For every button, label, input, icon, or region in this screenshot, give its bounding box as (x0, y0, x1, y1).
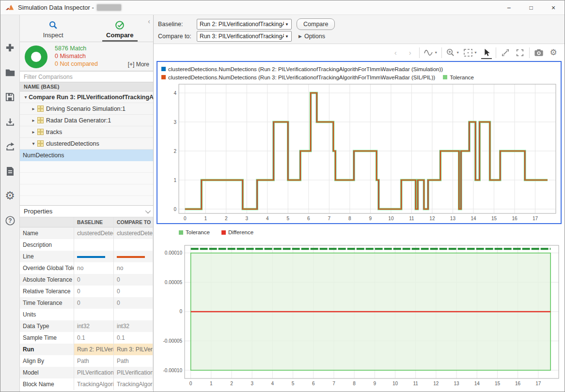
property-label: Model (20, 367, 74, 378)
properties-title: Properties (24, 208, 52, 215)
property-value-baseline: Run 2: PILVerif (74, 344, 114, 355)
property-value-baseline: 0 (74, 297, 114, 309)
close-button[interactable]: × (542, 0, 565, 15)
property-value-compare (114, 309, 153, 320)
maximize-button[interactable]: □ (520, 0, 542, 15)
history-forward-button[interactable]: › (405, 46, 415, 59)
collapse-panel-icon[interactable]: ‹ (148, 18, 150, 25)
signal-trace-button[interactable]: ▼ (424, 46, 438, 59)
comparison-plot[interactable]: 0123456789101112131415161701234 (157, 81, 560, 224)
tab-compare-label: Compare (106, 31, 133, 39)
snapshot-camera-button[interactable] (534, 46, 544, 59)
svg-text:8: 8 (353, 381, 356, 386)
simulation-data-inspector-window: Simulation Data Inspector - − □ × (0, 0, 565, 392)
legend-label: clusteredDetections.NumDetections (Run 2… (168, 66, 443, 72)
tree-item[interactable]: ▸tracks (20, 126, 153, 138)
baseline-select[interactable]: Run 2: PILVerificationofTrackingAl ▼ (197, 19, 292, 30)
preferences-gear-icon[interactable]: ⚙ (0, 183, 20, 208)
inspect-magnifier-icon (48, 20, 58, 30)
svg-text:0.00010: 0.00010 (165, 250, 183, 256)
svg-text:3: 3 (173, 120, 176, 125)
svg-text:2: 2 (225, 216, 228, 221)
svg-text:?: ? (8, 217, 12, 224)
caret-collapsed-icon[interactable]: ▸ (31, 129, 36, 135)
mismatch-count: 0 Mismatch (55, 52, 98, 60)
property-value-compare (114, 251, 153, 262)
fullscreen-button[interactable] (515, 46, 525, 59)
minimize-button[interactable]: − (498, 0, 520, 15)
caret-expanded-icon[interactable]: ▾ (23, 94, 29, 100)
property-label: Run (20, 344, 74, 355)
svg-text:0: 0 (189, 381, 192, 386)
pointer-cursor-button[interactable] (481, 46, 492, 59)
sidebar-tabs: Inspect Compare ‹ (20, 15, 153, 42)
svg-text:11: 11 (409, 216, 414, 221)
comparison-summary: 5876 Match 0 Mismatch 0 Not compared [+]… (20, 42, 153, 71)
matlab-icon (5, 4, 14, 12)
svg-text:12: 12 (433, 381, 439, 386)
signal-group-icon (37, 129, 44, 135)
signal-group-icon (37, 117, 44, 123)
help-icon[interactable]: ? (0, 208, 20, 233)
properties-panel: Properties BASELINECOMPARE TONamecluster… (20, 205, 153, 392)
save-icon[interactable] (0, 85, 20, 109)
tab-compare[interactable]: Compare (87, 15, 154, 42)
tree-item[interactable]: ▸Driving Scenario Simulation:1 (20, 103, 153, 115)
svg-text:3: 3 (246, 216, 249, 221)
options-arrow-icon: ▶ (298, 34, 302, 39)
plot-settings-gear-button[interactable]: ⚙ (548, 46, 559, 59)
redacted-text (97, 4, 121, 11)
options-expander[interactable]: ▶ Options (298, 33, 325, 40)
properties-column-header: COMPARE TO (114, 217, 153, 227)
plot-toolbar: ‹ › ▼ ▼ ▼ (390, 44, 559, 61)
fit-to-view-button[interactable]: ▼ (463, 46, 477, 59)
property-value-compare: 0.1 (114, 332, 153, 344)
svg-text:2: 2 (173, 149, 176, 154)
property-value-baseline (74, 239, 114, 251)
svg-text:-0.00005: -0.00005 (163, 338, 183, 344)
options-label: Options (304, 33, 325, 40)
property-value-baseline: 0.1 (74, 332, 114, 344)
add-icon[interactable] (0, 35, 20, 60)
export-icon[interactable] (0, 134, 20, 159)
caret-collapsed-icon[interactable]: ▸ (31, 118, 36, 123)
open-folder-icon[interactable] (0, 60, 20, 85)
tab-inspect[interactable]: Inspect (20, 15, 87, 42)
svg-text:16: 16 (512, 216, 518, 221)
signal-group-icon (37, 140, 44, 147)
compare-to-select[interactable]: Run 3: PILVerificationofTrackingAl ▼ (197, 31, 292, 42)
signal-comparison-chart[interactable]: clusteredDetections.NumDetections (Run 2… (157, 61, 562, 224)
svg-text:0: 0 (173, 207, 176, 212)
compare-check-icon (115, 20, 125, 30)
import-icon[interactable] (0, 109, 20, 134)
caret-expanded-icon[interactable]: ▾ (31, 141, 36, 146)
tree-item[interactable]: NumDetections (20, 150, 153, 161)
filter-comparisons-input[interactable] (20, 71, 153, 82)
tree-item[interactable]: ▾clusteredDetections (20, 138, 153, 150)
svg-text:7: 7 (328, 216, 331, 221)
properties-header[interactable]: Properties (20, 206, 153, 217)
more-link[interactable]: [+] More (128, 61, 149, 68)
svg-text:8: 8 (348, 216, 351, 221)
property-value-baseline: PILVerificationo (74, 367, 114, 378)
tree-item[interactable]: ▸Radar Data Generator:1 (20, 115, 153, 126)
zoom-in-button[interactable]: ▼ (446, 46, 459, 59)
expand-plot-button[interactable] (500, 46, 511, 59)
svg-text:4: 4 (173, 90, 176, 96)
tree-item[interactable]: ▾Compare Run 3: PILVerificationofTrackin… (20, 91, 153, 103)
title-bar: Simulation Data Inspector - − □ × (0, 0, 565, 15)
legend-item: clusteredDetections.NumDetections (Run 3… (161, 75, 435, 80)
signal-group-icon (37, 106, 44, 112)
tree-item-label: Radar Data Generator:1 (46, 117, 111, 124)
history-back-button[interactable]: ‹ (390, 46, 401, 59)
property-label: Block Name (20, 378, 74, 390)
report-icon[interactable] (0, 159, 20, 183)
difference-plot[interactable]: 012345678910111213141516170.000100.00005… (157, 241, 562, 390)
property-label: Absolute Tolerance (20, 274, 74, 286)
legend-item: Tolerance (443, 75, 474, 80)
compare-button[interactable]: Compare (297, 18, 335, 30)
property-value-compare: 0 (114, 286, 153, 297)
property-value-baseline: 0 (74, 274, 114, 286)
svg-text:15: 15 (495, 381, 501, 386)
caret-collapsed-icon[interactable]: ▸ (31, 106, 36, 111)
